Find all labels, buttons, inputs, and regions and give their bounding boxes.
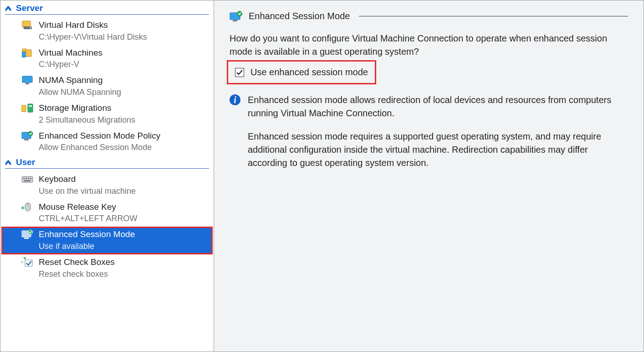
nav-item-sub: C:\Hyper-V\Virtual Hard Disks [39,31,147,43]
nav-item-label: Reset Check Boxes [39,256,115,268]
svg-rect-7 [26,83,29,84]
svg-point-2 [30,27,31,29]
nav-item-mouse-release-key[interactable]: Mouse Release Key CTRL+ALT+LEFT ARROW [1,199,213,227]
nav-item-label: Mouse Release Key [39,201,137,213]
svg-rect-6 [22,76,32,83]
nav-item-sub: Allow NUMA Spanning [39,86,121,98]
nav-item-enhanced-session-mode[interactable]: Enhanced Session Mode Use if available [1,227,213,254]
nav-item-sub: Reset check boxes [39,268,115,280]
svg-rect-17 [28,178,29,179]
nav-item-sub: C:\Hyper-V [39,58,102,71]
folder-icon [21,48,33,58]
mouse-icon [21,202,33,212]
storage-icon [21,103,33,113]
svg-rect-25 [25,260,32,266]
settings-nav: Server Virtual Hard Disks C:\Hyper-V\Vir… [0,0,214,352]
nav-item-storage-migrations[interactable]: Storage Migrations 2 Simultaneous Migrat… [1,100,213,128]
chevron-up-icon [5,160,11,165]
svg-rect-9 [28,104,33,112]
content-intro: How do you want to configure Virtual Mac… [230,32,628,58]
divider [5,14,209,15]
settings-content: Enhanced Session Mode How do you want to… [214,0,644,352]
svg-rect-4 [22,49,26,51]
nav-item-label: Virtual Hard Disks [39,19,147,31]
svg-rect-14 [22,176,33,182]
session-icon [21,229,33,239]
info-paragraph: Enhanced session mode allows redirection… [248,93,628,120]
svg-rect-12 [24,139,29,140]
nav-section-label: Server [16,3,43,13]
nav-item-enhanced-session-mode-policy[interactable]: Enhanced Session Mode Policy Allow Enhan… [1,128,213,156]
svg-rect-16 [26,178,27,179]
checkbox-label: Use enhanced session mode [250,66,368,79]
nav-section-server[interactable]: Server [1,1,213,13]
divider [359,16,628,16]
nav-item-label: Enhanced Session Mode [39,228,135,240]
monitor-icon [21,75,33,85]
use-enhanced-session-mode-checkbox[interactable]: Use enhanced session mode [230,62,373,83]
nav-item-label: Keyboard [39,173,136,185]
svg-rect-0 [22,21,31,27]
svg-rect-5 [22,52,26,57]
content-section-header: Enhanced Session Mode [230,10,628,23]
nav-section-user[interactable]: User [1,155,213,167]
nav-item-virtual-machines[interactable]: Virtual Machines C:\Hyper-V [1,45,213,73]
nav-item-label: Virtual Machines [39,47,102,59]
session-icon [230,11,242,22]
content-title: Enhanced Session Mode [249,10,350,23]
nav-item-virtual-hard-disks[interactable]: Virtual Hard Disks C:\Hyper-V\Virtual Ha… [1,17,213,45]
info-icon: i [230,94,240,105]
nav-item-keyboard[interactable]: Keyboard Use on the virtual machine [1,171,213,199]
chevron-up-icon [5,5,11,11]
divider [5,168,209,169]
keyboard-icon [21,174,33,184]
nav-item-sub: Use on the virtual machine [39,185,136,197]
reset-icon [21,257,33,267]
disk-icon [21,20,33,30]
session-icon [21,131,33,141]
nav-item-label: NUMA Spanning [39,74,121,86]
svg-rect-19 [24,180,31,181]
svg-rect-10 [29,105,32,107]
svg-rect-27 [233,20,237,21]
nav-section-label: User [16,157,35,167]
info-paragraph: Enhanced session mode requires a support… [248,130,628,170]
nav-item-sub: Use if available [39,240,135,253]
nav-item-reset-check-boxes[interactable]: Reset Check Boxes Reset check boxes [1,254,213,282]
svg-rect-15 [23,178,25,179]
svg-rect-18 [30,178,31,179]
nav-item-sub: Allow Enhanced Session Mode [39,141,160,154]
svg-rect-8 [21,105,26,112]
nav-item-numa-spanning[interactable]: NUMA Spanning Allow NUMA Spanning [1,72,213,100]
info-block: i Enhanced session mode allows redirecti… [230,93,628,180]
checkbox-icon [235,68,244,77]
nav-item-sub: CTRL+ALT+LEFT ARROW [39,212,137,225]
nav-item-label: Enhanced Session Mode Policy [39,130,160,142]
nav-item-label: Storage Migrations [39,102,135,114]
nav-item-sub: 2 Simultaneous Migrations [39,114,135,126]
svg-rect-23 [24,238,29,239]
